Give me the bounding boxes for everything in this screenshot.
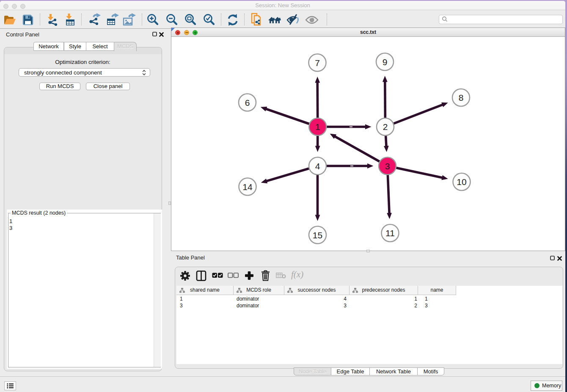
- svg-text:8: 8: [459, 93, 464, 102]
- svg-text:1: 1: [315, 122, 320, 132]
- svg-text:6: 6: [245, 98, 250, 108]
- svg-text:15: 15: [313, 230, 322, 240]
- svg-text:10: 10: [457, 177, 466, 187]
- svg-text:9: 9: [383, 57, 388, 67]
- svg-text:7: 7: [315, 58, 320, 68]
- svg-text:4: 4: [315, 161, 320, 171]
- svg-text:3: 3: [385, 161, 390, 171]
- svg-text:14: 14: [242, 182, 253, 192]
- svg-text:2: 2: [383, 122, 388, 132]
- svg-text:11: 11: [385, 228, 395, 238]
